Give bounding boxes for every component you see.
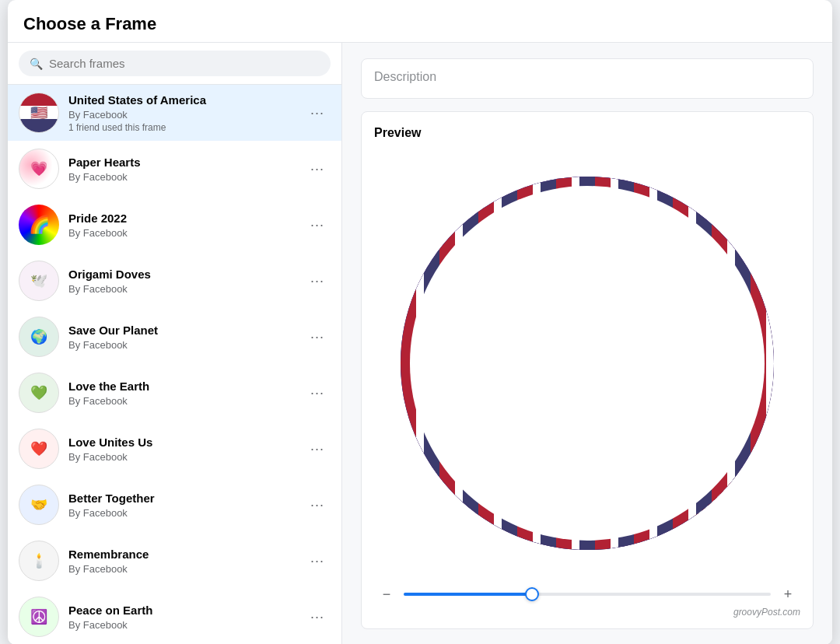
frame-author: By Facebook bbox=[68, 395, 304, 407]
choose-frame-modal: Choose a Frame 🔍 🇺🇸United States of Amer… bbox=[8, 0, 832, 644]
frame-thumbnail: 🕊️ bbox=[19, 261, 59, 301]
frame-name: Peace on Earth bbox=[68, 603, 304, 618]
frame-name: Love the Earth bbox=[68, 379, 304, 394]
frame-thumbnail: 🌈 bbox=[19, 205, 59, 245]
frame-thumbnail: 💗 bbox=[19, 149, 59, 189]
frame-info: Love Unites UsBy Facebook bbox=[68, 435, 304, 463]
frame-item[interactable]: 🤝Better TogetherBy Facebook··· bbox=[8, 477, 341, 533]
frame-name: Better Together bbox=[68, 491, 304, 506]
frame-item[interactable]: 🌈Pride 2022By Facebook··· bbox=[8, 197, 341, 253]
frame-item[interactable]: ❤️Love Unites UsBy Facebook··· bbox=[8, 421, 341, 477]
frame-thumbnail: 🇺🇸 bbox=[19, 93, 59, 133]
frame-info: Origami DovesBy Facebook bbox=[68, 267, 304, 295]
frame-used: 1 friend used this frame bbox=[68, 122, 304, 133]
search-input[interactable] bbox=[49, 57, 320, 70]
frame-more-button[interactable]: ··· bbox=[304, 214, 331, 236]
frame-author: By Facebook bbox=[68, 109, 304, 121]
frame-name: Paper Hearts bbox=[68, 155, 304, 170]
frame-more-button[interactable]: ··· bbox=[304, 158, 331, 180]
frame-more-button[interactable]: ··· bbox=[304, 438, 331, 460]
slider-thumb[interactable] bbox=[525, 587, 539, 601]
frame-author: By Facebook bbox=[68, 619, 304, 631]
frame-name: United States of America bbox=[68, 93, 304, 108]
frame-author: By Facebook bbox=[68, 563, 304, 575]
frame-info: Pride 2022By Facebook bbox=[68, 211, 304, 239]
frame-info: RemembranceBy Facebook bbox=[68, 547, 304, 575]
frame-info: Peace on EarthBy Facebook bbox=[68, 603, 304, 631]
frame-ring bbox=[401, 177, 774, 550]
frame-item[interactable]: 🌍Save Our PlanetBy Facebook··· bbox=[8, 309, 341, 365]
preview-label: Preview bbox=[374, 126, 800, 140]
frame-info: Love the EarthBy Facebook bbox=[68, 379, 304, 407]
frame-info: Save Our PlanetBy Facebook bbox=[68, 323, 304, 351]
slider-minus[interactable]: − bbox=[377, 585, 396, 604]
search-bar: 🔍 bbox=[8, 43, 341, 85]
frame-author: By Facebook bbox=[68, 507, 304, 519]
frames-list: 🇺🇸United States of AmericaBy Facebook1 f… bbox=[8, 85, 341, 644]
modal-title: Choose a Frame bbox=[23, 14, 817, 34]
frame-thumbnail: 🤝 bbox=[19, 485, 59, 525]
frame-item[interactable]: ☮️Peace on EarthBy Facebook··· bbox=[8, 589, 341, 644]
left-panel: 🔍 🇺🇸United States of AmericaBy Facebook1… bbox=[8, 43, 342, 644]
frame-name: Pride 2022 bbox=[68, 211, 304, 226]
search-input-wrapper[interactable]: 🔍 bbox=[19, 51, 331, 76]
frame-name: Origami Doves bbox=[68, 267, 304, 282]
frame-name: Remembrance bbox=[68, 547, 304, 562]
right-panel: Description Preview bbox=[342, 43, 832, 644]
preview-image-wrapper: 18 bbox=[374, 151, 800, 576]
frame-item[interactable]: 💗Paper HeartsBy Facebook··· bbox=[8, 141, 341, 197]
frame-author: By Facebook bbox=[68, 339, 304, 351]
svg-point-28 bbox=[702, 198, 721, 217]
frame-more-button[interactable]: ··· bbox=[304, 270, 331, 292]
frame-author: By Facebook bbox=[68, 227, 304, 239]
frame-more-button[interactable]: ··· bbox=[304, 326, 331, 348]
description-placeholder: Description bbox=[374, 70, 436, 83]
frame-item[interactable]: 🇺🇸United States of AmericaBy Facebook1 f… bbox=[8, 85, 341, 141]
slider-row: − + bbox=[374, 585, 800, 604]
frame-thumbnail: ❤️ bbox=[19, 429, 59, 469]
description-box: Description bbox=[361, 58, 814, 99]
frame-more-button[interactable]: ··· bbox=[304, 606, 331, 628]
preview-box: Preview bbox=[361, 111, 814, 629]
frame-info: Paper HeartsBy Facebook bbox=[68, 155, 304, 183]
frame-thumbnail: 🌍 bbox=[19, 317, 59, 357]
frame-author: By Facebook bbox=[68, 283, 304, 295]
frame-item[interactable]: 💚Love the EarthBy Facebook··· bbox=[8, 365, 341, 421]
frame-thumbnail: 🕯️ bbox=[19, 541, 59, 581]
modal-body: 🔍 🇺🇸United States of AmericaBy Facebook1… bbox=[8, 43, 832, 644]
frame-more-button[interactable]: ··· bbox=[304, 382, 331, 404]
modal-header: Choose a Frame bbox=[8, 0, 832, 43]
preview-circle: 18 bbox=[401, 177, 774, 550]
frame-more-button[interactable]: ··· bbox=[304, 102, 331, 124]
search-icon: 🔍 bbox=[30, 58, 43, 70]
frame-item[interactable]: 🕯️RemembranceBy Facebook··· bbox=[8, 533, 341, 589]
watermark: groovyPost.com bbox=[374, 607, 800, 618]
frame-more-button[interactable]: ··· bbox=[304, 494, 331, 516]
slider-plus[interactable]: + bbox=[779, 585, 797, 604]
frame-info: United States of AmericaBy Facebook1 fri… bbox=[68, 93, 304, 133]
frame-name: Save Our Planet bbox=[68, 323, 304, 338]
frame-info: Better TogetherBy Facebook bbox=[68, 491, 304, 519]
slider-track[interactable] bbox=[404, 593, 771, 596]
frame-name: Love Unites Us bbox=[68, 435, 304, 450]
frame-author: By Facebook bbox=[68, 451, 304, 463]
frame-item[interactable]: 🕊️Origami DovesBy Facebook··· bbox=[8, 253, 341, 309]
frame-thumbnail: 💚 bbox=[19, 373, 59, 413]
slider-fill bbox=[404, 593, 532, 596]
frame-thumbnail: ☮️ bbox=[19, 597, 59, 637]
frame-more-button[interactable]: ··· bbox=[304, 550, 331, 572]
frame-author: By Facebook bbox=[68, 171, 304, 183]
